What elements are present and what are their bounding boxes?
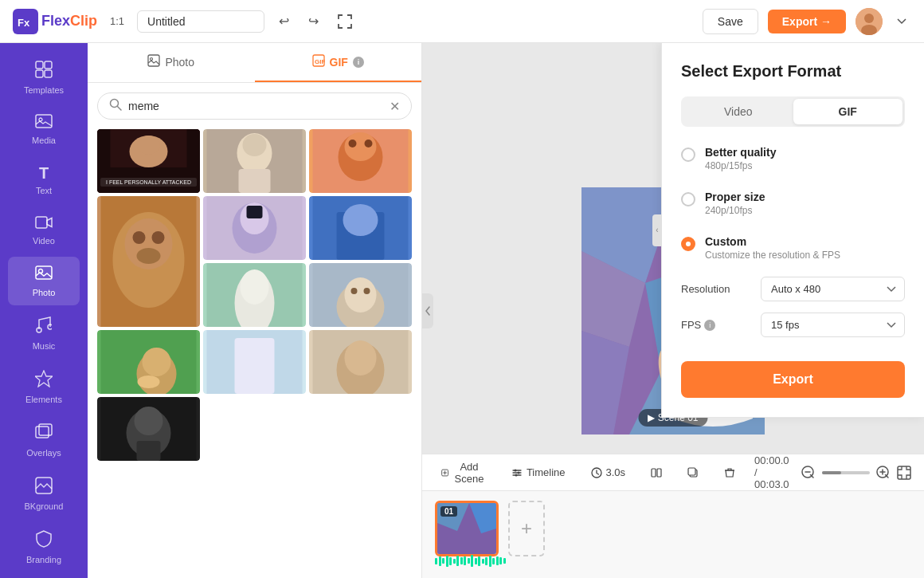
sidebar-item-video-label: Video <box>33 236 55 246</box>
clear-search-icon[interactable]: ✕ <box>390 99 400 114</box>
zoom-out-button[interactable] <box>801 466 816 480</box>
gif-item-3[interactable] <box>309 129 412 193</box>
music-icon <box>36 317 52 338</box>
zoom-slider[interactable] <box>822 471 870 474</box>
fullscreen-button[interactable] <box>333 10 357 33</box>
svg-point-56 <box>345 277 377 313</box>
sidebar-item-video[interactable]: Video <box>8 206 80 254</box>
quality-option-better[interactable]: Better quality 480p/15fps <box>681 143 905 175</box>
svg-rect-47 <box>247 206 263 218</box>
user-avatar[interactable] <box>855 8 883 35</box>
gif-item-11[interactable] <box>309 330 412 394</box>
svg-point-28 <box>137 136 160 155</box>
svg-point-61 <box>143 348 171 376</box>
app-container: Fx FlexClip 1:1 ↩ ↪ Save Export → <box>0 0 924 578</box>
tab-photo[interactable]: Photo <box>88 43 255 82</box>
fps-select[interactable]: 15 fps 10 fps 24 fps 30 fps <box>761 313 905 337</box>
svg-point-92 <box>517 471 519 474</box>
svg-point-42 <box>152 231 165 244</box>
sidebar-item-photo[interactable]: Photo <box>8 257 80 305</box>
sidebar-item-music[interactable]: Music <box>8 309 80 359</box>
sidebar-item-overlays[interactable]: Overlays <box>8 415 80 466</box>
gif-item-8[interactable] <box>309 263 412 327</box>
quality-better-label: Better quality <box>705 146 776 159</box>
gif-item-12[interactable] <box>97 397 200 461</box>
export-button[interactable]: Export → <box>768 10 846 33</box>
resolution-select[interactable]: Auto x 480 Auto x 360 Auto x 240 1080 x … <box>761 277 905 301</box>
redo-button[interactable]: ↪ <box>303 9 323 33</box>
search-input[interactable] <box>128 100 383 112</box>
left-panel: Photo GIF GIF i ✕ <box>88 43 422 578</box>
export-panel: ‹ Select Export Format Video GIF Better … <box>661 43 924 418</box>
gif-item-9[interactable] <box>97 330 200 394</box>
gif-item-1[interactable]: I FEEL PERSONALLY ATTACKED <box>97 129 200 193</box>
project-title-input[interactable] <box>137 10 264 33</box>
radio-better[interactable] <box>681 147 695 162</box>
export-final-button[interactable]: Export <box>681 361 905 398</box>
sidebar-item-elements[interactable]: Elements <box>8 362 80 412</box>
panel-collapse-handle[interactable] <box>422 293 433 328</box>
svg-rect-98 <box>688 468 695 475</box>
add-scene-timeline-button[interactable]: + <box>508 501 545 556</box>
sidebar-item-media[interactable]: Media <box>8 106 80 153</box>
delete-button[interactable] <box>718 464 742 482</box>
svg-rect-32 <box>239 169 271 193</box>
svg-text:GIF: GIF <box>315 58 325 65</box>
canvas-area: ▶ Scene 01 Add Scene Timeline 3.0s <box>422 43 924 578</box>
media-tabs: Photo GIF GIF i <box>88 43 421 83</box>
add-scene-button[interactable]: Add Scene <box>435 458 492 488</box>
quality-proper-sub: 240p/10fps <box>705 205 765 216</box>
timeline-button[interactable]: Timeline <box>505 463 572 482</box>
media-icon <box>35 114 53 132</box>
export-panel-collapse[interactable]: ‹ <box>652 214 662 246</box>
radio-custom[interactable] <box>681 237 695 251</box>
duration-button[interactable]: 3.0s <box>585 463 632 482</box>
undo-button[interactable]: ↩ <box>274 9 294 33</box>
tab-gif[interactable]: GIF GIF i <box>255 43 422 82</box>
sidebar-item-text[interactable]: T Text <box>8 156 80 203</box>
export-panel-title: Select Export Format <box>681 62 905 81</box>
gif-item-2[interactable] <box>203 129 306 193</box>
zoom-in-button[interactable] <box>876 466 891 480</box>
svg-point-41 <box>133 231 146 244</box>
svg-line-25 <box>118 107 122 111</box>
sidebar-item-templates[interactable]: Templates <box>8 53 80 103</box>
elements-icon <box>35 370 53 391</box>
gif-item-4[interactable] <box>97 196 200 327</box>
timeline-area: 01 + <box>422 490 924 578</box>
svg-rect-12 <box>36 266 52 279</box>
gif-item-7[interactable] <box>203 263 306 327</box>
fit-screen-button[interactable] <box>897 466 911 480</box>
split-button[interactable] <box>644 464 668 482</box>
svg-point-62 <box>138 376 160 388</box>
format-tab-video[interactable]: Video <box>683 99 793 124</box>
fps-info-icon[interactable]: i <box>704 320 715 331</box>
quality-option-proper[interactable]: Proper size 240p/10fps <box>681 187 905 219</box>
svg-point-35 <box>345 132 377 161</box>
radio-proper[interactable] <box>681 192 695 206</box>
sidebar-item-bkground[interactable]: BKground <box>8 469 80 519</box>
svg-point-36 <box>349 140 357 147</box>
gif-item-5[interactable] <box>203 196 306 260</box>
duplicate-button[interactable] <box>681 464 705 482</box>
logo-icon: Fx <box>13 9 38 34</box>
bkground-icon <box>35 477 53 498</box>
tab-photo-label: Photo <box>165 56 194 69</box>
svg-point-67 <box>345 340 377 376</box>
overlays-icon <box>35 423 53 445</box>
save-button[interactable]: Save <box>703 9 758 34</box>
svg-rect-95 <box>652 469 656 477</box>
avatar-dropdown-button[interactable] <box>892 14 911 29</box>
gif-info-icon[interactable]: i <box>353 57 364 68</box>
timeline-scene-1[interactable]: 01 <box>435 501 499 556</box>
svg-text:Fx: Fx <box>18 17 30 29</box>
gif-item-10[interactable] <box>203 330 306 394</box>
format-tab-gif[interactable]: GIF <box>793 99 903 124</box>
svg-point-21 <box>151 58 153 61</box>
svg-rect-107 <box>898 466 910 479</box>
gif-item-6[interactable] <box>309 196 412 260</box>
sidebar-item-branding[interactable]: Branding <box>8 522 80 572</box>
quality-better-sub: 480p/15fps <box>705 160 776 171</box>
fps-label: FPS i <box>681 319 761 331</box>
quality-option-custom[interactable]: Custom Customize the resolution & FPS <box>681 232 905 264</box>
